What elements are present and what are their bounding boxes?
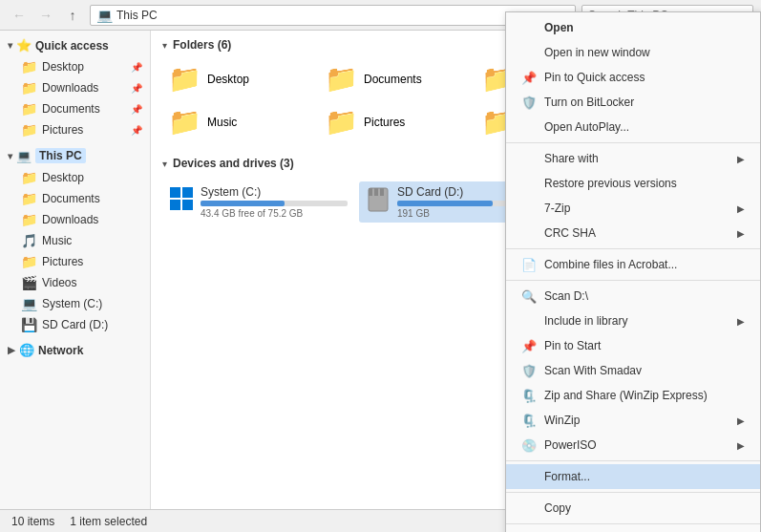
folder-icon: 📁 <box>21 191 37 206</box>
network-header[interactable]: ▶ 🌐 Network <box>0 339 150 361</box>
sidebar-item-label: System (C:) <box>42 297 102 310</box>
sidebar-item-desktop-qa[interactable]: 📁 Desktop 📌 <box>0 56 150 77</box>
ctx-item-label: Turn on BitLocker <box>544 96 634 109</box>
drive-system-c[interactable]: System (C:) 43.4 GB free of 75.2 GB <box>162 181 353 223</box>
submenu-arrow-icon: ▶ <box>737 203 745 214</box>
quick-access-header[interactable]: ▾ ⭐ Quick access <box>0 34 150 56</box>
folder-big-icon: 📁 <box>168 106 201 138</box>
nav-buttons: ← → ↑ <box>8 4 84 27</box>
ctx-item-label: Pin to Start <box>544 339 601 352</box>
folder-icon: 📁 <box>21 254 37 269</box>
sidebar-item-systemc[interactable]: 💻 System (C:) <box>0 293 150 314</box>
folder-icon: 🎬 <box>21 275 37 290</box>
ctx-item-winzip[interactable]: 🗜️WinZip▶ <box>506 408 760 433</box>
svg-rect-6 <box>374 188 378 196</box>
ctx-item-icon: 🗜️ <box>521 388 537 403</box>
folder-big-icon: 📁 <box>168 63 201 95</box>
ctx-item-pin-to-start[interactable]: 📌Pin to Start <box>506 333 760 358</box>
ctx-item-turn-on-bitlocker[interactable]: 🛡️Turn on BitLocker <box>506 90 760 115</box>
ctx-item-zip-and-share-winzip-express-[interactable]: 🗜️Zip and Share (WinZip Express) <box>506 383 760 408</box>
ctx-item-crc-sha[interactable]: CRC SHA▶ <box>506 221 760 245</box>
sidebar-item-pictures-pc[interactable]: 📁 Pictures <box>0 251 150 272</box>
drive-icon: 💻 <box>21 296 37 311</box>
sidebar-item-videos-pc[interactable]: 🎬 Videos <box>0 272 150 293</box>
ctx-item-scan-with-smadav[interactable]: 🛡️Scan With Smadav <box>506 358 760 383</box>
ctx-item-icon <box>521 469 537 484</box>
ctx-item-include-in-library[interactable]: Include in library▶ <box>506 309 760 333</box>
address-bar[interactable]: 💻 This PC <box>90 5 576 26</box>
ctx-separator <box>506 492 760 493</box>
folder-icon: 📁 <box>21 170 37 185</box>
back-button[interactable]: ← <box>8 4 31 27</box>
sidebar-item-downloads-qa[interactable]: 📁 Downloads 📌 <box>0 77 150 98</box>
ctx-item-scan-d-[interactable]: 🔍Scan D:\ <box>506 284 760 309</box>
sidebar-item-music-pc[interactable]: 🎵 Music <box>0 230 150 251</box>
ctx-item-icon <box>521 225 537 241</box>
up-button[interactable]: ↑ <box>61 4 84 27</box>
svg-rect-3 <box>182 200 193 210</box>
windows-logo-icon <box>168 185 195 219</box>
sidebar-item-label: Desktop <box>42 60 84 74</box>
folder-icon: 📁 <box>21 59 37 74</box>
svg-rect-5 <box>369 188 372 196</box>
folder-label: Desktop <box>207 73 249 86</box>
ctx-item-icon: 📌 <box>521 70 537 85</box>
folder-icon: 🎵 <box>21 233 37 248</box>
sidebar-item-documents-qa[interactable]: 📁 Documents 📌 <box>0 98 150 119</box>
ctx-item-label: CRC SHA <box>544 226 596 240</box>
network-label: Network <box>38 344 83 357</box>
address-text: This PC <box>116 9 158 22</box>
folder-icon: 📁 <box>21 80 37 96</box>
sidebar-item-desktop-pc[interactable]: 📁 Desktop <box>0 167 150 188</box>
ctx-item-icon <box>521 500 537 516</box>
pin-icon: 📌 <box>131 125 142 136</box>
folder-big-icon: 📁 <box>325 106 358 138</box>
svg-rect-0 <box>170 187 180 198</box>
sidebar-item-label: Music <box>42 234 72 247</box>
sidebar-item-downloads-pc[interactable]: 📁 Downloads <box>0 209 150 230</box>
ctx-item-poweriso[interactable]: 💿PowerISO▶ <box>506 433 760 458</box>
sidebar-item-label: Videos <box>42 276 76 289</box>
ctx-item-pin-to-quick-access[interactable]: 📌Pin to Quick access <box>506 65 760 90</box>
ctx-separator <box>506 280 760 281</box>
folder-desktop[interactable]: 📁 Desktop <box>162 59 315 98</box>
sidebar-item-documents-pc[interactable]: 📁 Documents <box>0 188 150 209</box>
folder-big-icon: 📁 <box>325 63 358 95</box>
ctx-item-label: Zip and Share (WinZip Express) <box>544 389 708 402</box>
sidebar-item-sdd[interactable]: 💾 SD Card (D:) <box>0 314 150 335</box>
ctx-separator <box>506 248 760 249</box>
ctx-item-combine-files-in-acrobat-[interactable]: 📄Combine files in Acrobat... <box>506 252 760 277</box>
ctx-item-format-[interactable]: Format... <box>506 464 760 489</box>
pin-icon: 📌 <box>131 62 142 73</box>
quick-access-label: Quick access <box>35 39 109 53</box>
ctx-item-icon <box>521 119 537 135</box>
forward-button[interactable]: → <box>34 4 57 27</box>
submenu-arrow-icon: ▶ <box>737 440 745 451</box>
folder-pictures[interactable]: 📁 Pictures <box>319 102 472 141</box>
ctx-item-label: Restore previous versions <box>544 177 677 190</box>
item-count: 10 items <box>11 515 54 528</box>
sidebar-item-label: Pictures <box>42 255 83 268</box>
sidebar-item-pictures-qa[interactable]: 📁 Pictures 📌 <box>0 119 150 140</box>
ctx-item-create-shortcut[interactable]: Create shortcut <box>506 527 760 532</box>
ctx-item-label: Format... <box>544 470 590 483</box>
ctx-item-icon: 💿 <box>521 437 537 453</box>
ctx-item-open-in-new-window[interactable]: Open in new window <box>506 40 760 65</box>
ctx-item-share-with[interactable]: Share with▶ <box>506 146 760 171</box>
sidebar-item-label: Documents <box>42 102 100 116</box>
ctx-item-open-autoplay-[interactable]: Open AutoPlay... <box>506 115 760 139</box>
this-pc-header[interactable]: ▾ 💻 This PC <box>0 144 150 167</box>
this-pc-label: This PC <box>35 148 86 163</box>
ctx-item-copy[interactable]: Copy <box>506 496 760 521</box>
submenu-arrow-icon: ▶ <box>737 415 745 426</box>
ctx-item-open[interactable]: Open <box>506 15 760 40</box>
svg-rect-1 <box>182 187 193 198</box>
devices-title: Devices and drives (3) <box>173 157 294 170</box>
folder-label: Music <box>207 116 237 129</box>
ctx-item-7-zip[interactable]: 7-Zip▶ <box>506 196 760 221</box>
folder-music[interactable]: 📁 Music <box>162 102 315 141</box>
folder-documents[interactable]: 📁 Documents <box>319 59 472 98</box>
ctx-item-restore-previous-versions[interactable]: Restore previous versions <box>506 171 760 196</box>
ctx-item-icon: 🛡️ <box>521 363 537 378</box>
sidebar-item-label: Desktop <box>42 171 84 184</box>
